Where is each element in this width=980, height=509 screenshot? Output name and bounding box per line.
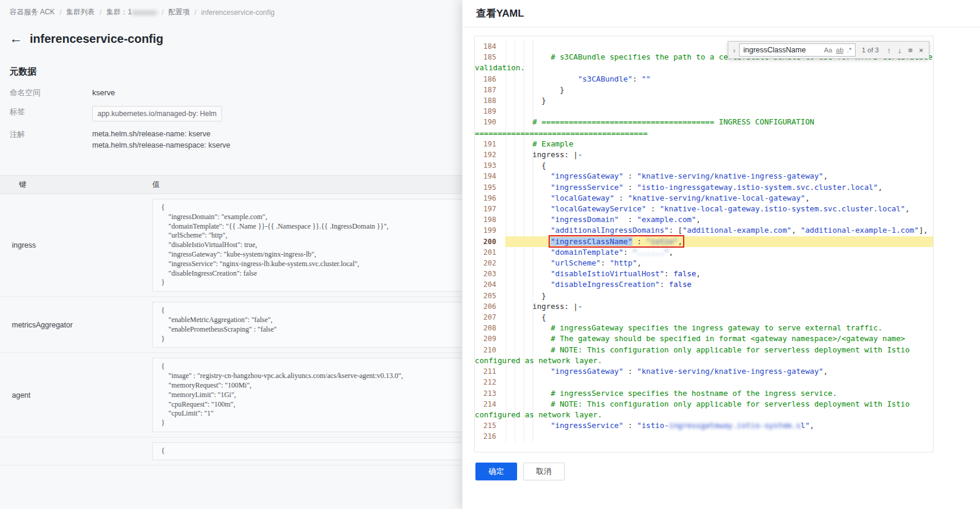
screen: 容器服务 ACK/集群列表/集群：1xxxxxxx/配置项/inferences…	[0, 0, 980, 509]
namespace-value: kserve	[92, 87, 115, 99]
code-segment: false	[669, 280, 691, 289]
code-segment	[505, 204, 550, 213]
previous-match-icon[interactable]: ↑	[884, 46, 894, 55]
code-line: 212	[475, 377, 933, 388]
code-line: 194 "ingressGateway" : "knative-serving/…	[475, 171, 933, 182]
code-segment: "additional-example.com"	[682, 226, 791, 235]
breadcrumb-item: inferenceservice-config	[201, 8, 274, 17]
breadcrumb-item-label: 集群列表	[66, 7, 95, 17]
code-segment: ,	[905, 204, 910, 213]
yaml-drawer: 查看YAML 184185 # s3CABundle specifies the…	[462, 0, 980, 509]
code-content: 184185 # s3CABundle specifies the path t…	[475, 36, 933, 442]
code-line: 199 "additionalIngressDomains": ["additi…	[475, 225, 933, 236]
code-segment: ,	[878, 183, 882, 192]
labels-label: 标签	[10, 106, 92, 118]
line-number: 184	[475, 41, 496, 52]
regex-icon[interactable]: .*	[846, 46, 854, 54]
line-number: 187	[475, 85, 496, 95]
line-number: 191	[475, 139, 496, 149]
code-line: 202 "urlScheme": "http",	[475, 258, 933, 268]
highlighted-code-line: 200 "ingressClassName" : "istio",	[475, 236, 933, 247]
close-find-icon[interactable]: ×	[916, 46, 926, 55]
code-segment: "knative-serving/knative-local-gateway"	[628, 193, 805, 202]
code-segment: "ingressGateway"	[550, 367, 623, 376]
code-segment: # Example	[505, 139, 574, 148]
drawer-title: 查看YAML	[476, 7, 524, 20]
code-segment: }	[505, 96, 546, 105]
line-number: 214	[475, 399, 496, 410]
code-line: 203 "disableIstioVirtualHost": false,	[475, 268, 933, 279]
code-line: 204 "disableIngressCreation": false	[475, 279, 933, 290]
code-line: 196 "localGateway" : "knative-serving/kn…	[475, 193, 933, 204]
find-input[interactable]: ingressClassName Aa ab .*	[739, 43, 856, 57]
code-segment: "localGateway"	[550, 193, 614, 202]
code-segment: :	[624, 183, 637, 192]
code-segment: :	[600, 258, 609, 267]
line-number: 207	[475, 312, 496, 323]
code-segment: "additionalIngressDomains"	[550, 226, 669, 235]
code-segment	[505, 237, 550, 246]
blurred-cluster-name: xxxxxxx	[131, 8, 156, 17]
code-segment: "example.com"	[637, 215, 696, 224]
code-segment: :	[614, 193, 628, 202]
code-segment	[505, 258, 550, 267]
back-arrow-icon[interactable]: ←	[10, 32, 23, 45]
code-line: 214 # NOTE: This configuration only appl…	[475, 399, 933, 420]
breadcrumb-item[interactable]: 集群：1xxxxxxx	[107, 7, 157, 17]
code-segment: :	[660, 280, 669, 289]
code-segment: "disableIstioVirtualHost"	[550, 269, 664, 278]
annotation-value: meta.helm.sh/release-namespace: kserve	[92, 140, 230, 151]
code-segment: ingress: |-	[505, 150, 583, 159]
annotations-values: meta.helm.sh/release-name: kservemeta.he…	[92, 129, 230, 151]
code-segment: ],	[919, 226, 928, 235]
code-segment: "ingressDomain"	[550, 215, 619, 224]
code-line: 187 }	[475, 85, 933, 95]
line-number: 197	[475, 204, 496, 214]
drawer-footer: 确定 取消	[475, 463, 565, 480]
breadcrumb-item-label: 集群：1	[107, 7, 132, 17]
match-case-icon[interactable]: Aa	[822, 46, 834, 54]
value-column-header: 值	[143, 180, 160, 190]
line-number: 213	[475, 388, 496, 399]
ok-button[interactable]: 确定	[475, 463, 517, 480]
code-segment: ,	[805, 193, 810, 202]
breadcrumb-separator: /	[161, 8, 163, 17]
code-segment: "disableIngressCreation"	[550, 280, 659, 289]
find-query-text[interactable]: ingressClassName	[743, 46, 822, 54]
breadcrumb-separator: /	[99, 8, 101, 17]
find-in-selection-icon[interactable]: ≡	[905, 46, 916, 55]
breadcrumb-item[interactable]: 容器服务 ACK	[10, 7, 55, 17]
code-segment: {	[505, 161, 546, 170]
find-toggle-chevron-icon[interactable]: ›	[731, 46, 738, 55]
line-number: 216	[475, 431, 496, 442]
whole-word-icon[interactable]: ab	[834, 46, 846, 54]
line-number: 211	[475, 366, 496, 377]
config-key: ingress	[0, 241, 143, 249]
next-match-icon[interactable]: ↓	[894, 46, 905, 55]
code-segment: :	[664, 269, 673, 278]
drawer-header: 查看YAML	[462, 0, 980, 27]
code-segment	[505, 183, 550, 192]
line-number: 198	[475, 214, 496, 225]
code-segment: ,	[810, 421, 815, 430]
breadcrumb-item[interactable]: 配置项	[168, 7, 190, 17]
code-segment: ""	[641, 74, 650, 83]
code-segment: "istio"	[646, 237, 678, 246]
breadcrumb-item-label: inferenceservice-config	[201, 8, 274, 17]
code-segment: "urlScheme"	[550, 258, 600, 267]
breadcrumb-item[interactable]: 集群列表	[66, 7, 95, 17]
code-line: 195 "ingressService" : "istio-ingressgat…	[475, 182, 933, 193]
code-segment: :	[646, 204, 660, 213]
code-segment: ingressgateway.istio-system.s	[669, 421, 801, 430]
yaml-editor[interactable]: 184185 # s3CABundle specifies the path t…	[474, 36, 934, 452]
code-line: 189	[475, 106, 933, 117]
code-segment: "ingressGateway"	[550, 171, 623, 180]
line-number: 186	[475, 74, 496, 85]
code-segment: "istio-	[637, 421, 669, 430]
line-number: 209	[475, 333, 496, 344]
code-segment: ,	[669, 248, 674, 257]
line-number: 195	[475, 182, 496, 193]
code-line: 206 ingress: |-	[475, 301, 933, 312]
cancel-button[interactable]: 取消	[523, 463, 565, 480]
code-line: 186 "s3CABundle": ""	[475, 74, 933, 85]
